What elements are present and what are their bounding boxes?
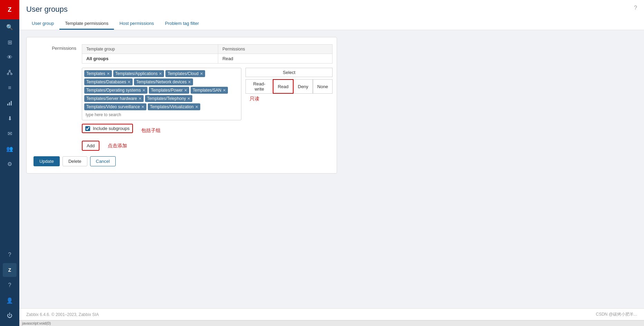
tag-close-icon[interactable]: ✕: [188, 80, 191, 84]
tags-container[interactable]: Templates✕Templates/Applications✕Templat…: [82, 68, 241, 120]
svg-rect-6: [9, 102, 10, 105]
sidebar-item-list[interactable]: ≡: [3, 81, 17, 95]
svg-line-4: [10, 72, 11, 73]
permissions-table: Template group Permissions All groups Re…: [82, 44, 333, 64]
header: User groups ? User group Template permis…: [19, 0, 644, 30]
tag-close-icon[interactable]: ✕: [107, 72, 110, 76]
tab-host-permissions[interactable]: Host permissions: [114, 18, 160, 30]
tag-close-icon[interactable]: ✕: [184, 88, 187, 93]
statusbar-text: javascript:void(0): [22, 321, 51, 325]
tag-item: Templates/Telephony✕: [145, 95, 193, 102]
table-col-perm: Permissions: [218, 45, 333, 54]
table-row: All groups Read: [82, 54, 333, 64]
sidebar-item-topology[interactable]: [3, 66, 17, 80]
tab-user-group[interactable]: User group: [26, 18, 59, 30]
permissions-content: Template group Permissions All groups Re…: [82, 44, 333, 151]
sidebar: Z 🔍 ⊞ 👁 ≡ ⬇ ✉ 👥 ⚙ ? Z ? 👤 ⏻: [0, 0, 19, 326]
sidebar-item-download[interactable]: ⬇: [3, 111, 17, 125]
svg-rect-5: [7, 104, 8, 105]
tag-item: Templates/Operating systems✕: [84, 87, 147, 94]
include-subgroups-checkbox[interactable]: [85, 126, 90, 131]
sidebar-item-help[interactable]: ?: [3, 248, 17, 262]
tag-item: Templates/Server hardware✕: [84, 95, 144, 102]
permissions-row: Permissions Template group Permissions: [33, 44, 330, 151]
page-title: User groups: [26, 5, 637, 14]
statusbar: javascript:void(0): [19, 320, 644, 326]
tag-item: Templates/SAN✕: [191, 87, 228, 94]
sidebar-logo[interactable]: Z: [0, 0, 19, 19]
include-subgroups-label[interactable]: Include subgroups: [82, 124, 133, 133]
tag-item: Templates/Video surveillance✕: [84, 103, 146, 110]
cancel-button[interactable]: Cancel: [90, 156, 116, 166]
tag-close-icon[interactable]: ✕: [187, 96, 190, 101]
permissions-label: Permissions: [33, 44, 82, 51]
sidebar-item-question[interactable]: ?: [3, 278, 17, 292]
tag-close-icon[interactable]: ✕: [200, 72, 203, 76]
sidebar-item-zabbix[interactable]: Z: [3, 263, 17, 277]
annotation-read: 只读: [250, 96, 333, 102]
footer-watermark: CSDN @碳烤小肥羊...: [596, 311, 637, 317]
permission-buttons: Select Read-write Read Deny None 只读: [246, 68, 333, 102]
tag-close-icon[interactable]: ✕: [195, 105, 198, 109]
tag-item: Templates/Cloud✕: [165, 70, 205, 77]
deny-button[interactable]: Deny: [294, 79, 313, 94]
tag-item: Templates/Power✕: [149, 87, 189, 94]
tag-item: Templates/Network devices✕: [134, 78, 193, 85]
tag-item: Templates/Virtualization✕: [148, 103, 200, 110]
sidebar-item-reports[interactable]: [3, 96, 17, 110]
tag-item: Templates✕: [84, 70, 112, 77]
sidebar-item-users[interactable]: 👥: [3, 142, 17, 156]
content-area: Permissions Template group Permissions: [19, 30, 644, 308]
update-button[interactable]: Update: [33, 156, 60, 166]
tab-template-permissions[interactable]: Template permissions: [59, 18, 114, 30]
tab-problem-tag-filter[interactable]: Problem tag filter: [160, 18, 204, 30]
action-buttons: Update Delete Cancel: [33, 156, 330, 166]
add-button[interactable]: Add: [82, 141, 99, 151]
read-write-button[interactable]: Read-write: [246, 79, 273, 94]
tab-bar: User group Template permissions Host per…: [26, 18, 637, 30]
select-button[interactable]: Select: [246, 68, 333, 77]
svg-point-2: [11, 73, 12, 75]
delete-button[interactable]: Delete: [63, 156, 87, 166]
annotation-add: 点击添加: [108, 143, 127, 149]
table-cell-group: All groups: [82, 54, 218, 64]
read-button[interactable]: Read: [273, 79, 293, 94]
main-content: User groups ? User group Template permis…: [19, 0, 644, 326]
table-cell-perm: Read: [218, 54, 333, 64]
svg-line-3: [8, 72, 10, 73]
include-subgroups-text: Include subgroups: [93, 126, 129, 131]
help-icon[interactable]: ?: [634, 5, 637, 11]
tag-item: Templates/Applications✕: [113, 70, 164, 77]
table-col-group: Template group: [82, 45, 218, 54]
tag-item: Templates/Databases✕: [84, 78, 133, 85]
annotation-subgroups: 包括子组: [141, 128, 161, 134]
tag-close-icon[interactable]: ✕: [127, 80, 131, 84]
svg-point-1: [7, 73, 9, 75]
sidebar-item-settings[interactable]: ⚙: [3, 157, 17, 171]
footer-copyright: Zabbix 6.4.6. © 2001–2023, Zabbix SIA: [26, 312, 99, 317]
tag-close-icon[interactable]: ✕: [223, 88, 226, 93]
permission-type-buttons: Read-write Read Deny None: [246, 79, 333, 94]
tag-close-icon[interactable]: ✕: [159, 72, 162, 76]
sidebar-item-dashboard[interactable]: ⊞: [3, 35, 17, 49]
footer: Zabbix 6.4.6. © 2001–2023, Zabbix SIA CS…: [19, 308, 644, 320]
tag-close-icon[interactable]: ✕: [141, 105, 144, 109]
tag-close-icon[interactable]: ✕: [138, 96, 142, 101]
none-button[interactable]: None: [313, 79, 333, 94]
tag-close-icon[interactable]: ✕: [142, 88, 145, 93]
svg-rect-7: [11, 101, 12, 105]
sidebar-item-search[interactable]: 🔍: [3, 20, 17, 34]
perm-tags-row: Templates✕Templates/Applications✕Templat…: [82, 68, 333, 120]
form-card: Permissions Template group Permissions: [26, 37, 337, 174]
sidebar-item-monitoring[interactable]: 👁: [3, 50, 17, 64]
sidebar-item-user[interactable]: 👤: [3, 294, 17, 307]
svg-point-0: [9, 70, 10, 72]
tag-search-input[interactable]: [84, 112, 139, 118]
sidebar-item-mail[interactable]: ✉: [3, 127, 17, 140]
sidebar-item-power[interactable]: ⏻: [3, 309, 17, 323]
sidebar-bottom: ? Z ? 👤 ⏻: [3, 247, 17, 326]
